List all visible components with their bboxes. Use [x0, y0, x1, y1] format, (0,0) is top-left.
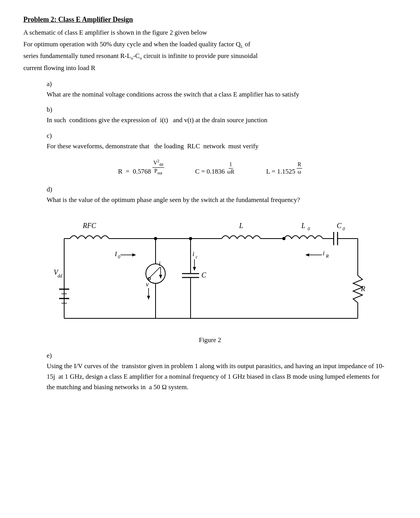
part-e-label: e) — [47, 350, 57, 361]
formula-C-numerator: 1 — [229, 162, 233, 169]
rfc-label: RFC — [82, 222, 96, 230]
iR-sub: R — [326, 253, 329, 259]
part-a-content: What are the nominal voltage conditions … — [47, 89, 385, 100]
formula-C-lhs: C = 0.1836 — [195, 168, 225, 176]
part-e-content: Using the I/V curves of the transistor g… — [47, 361, 385, 393]
formula-C: C = 0.1836 1 ωR — [195, 162, 235, 176]
i-label: i — [159, 260, 161, 267]
formula-R-fraction: V2dd Pout — [152, 158, 164, 176]
v-label: v — [146, 281, 149, 288]
intro-line-4: current flowing into load R — [23, 63, 397, 73]
L-label: L — [239, 222, 243, 230]
circuit-diagram: RFC V dd I 0 i v — [43, 213, 377, 334]
parts-list-d: d) What is the value of the optimum phas… — [47, 184, 397, 205]
parts-list-e: e) Using the I/V curves of the transisto… — [47, 350, 397, 393]
intro-line-2: For optimum operation with 50% duty cycl… — [23, 39, 397, 50]
circuit-container: RFC V dd I 0 i v — [23, 213, 397, 344]
Lo-label: L — [301, 222, 305, 230]
vdd-sub: dd — [58, 273, 63, 279]
part-b: b) In such conditions give the expressio… — [47, 104, 397, 125]
Co-sub: 0 — [343, 226, 345, 232]
formula-L-lhs: L = 1.1525 — [266, 168, 296, 176]
part-d: d) What is the value of the optimum phas… — [47, 184, 397, 205]
formula-C-fraction: 1 ωR — [226, 162, 235, 176]
formula-L-numerator: R — [297, 162, 302, 169]
formula-R-denominator: Pout — [154, 168, 163, 176]
intro-line-3: series fundamentally tuned resonant R-Lo… — [23, 51, 397, 61]
part-c: c) For these waveforms, demonstrate that… — [47, 130, 397, 151]
parts-list: a) What are the nominal voltage conditio… — [47, 79, 397, 151]
R-label: R — [360, 285, 365, 293]
formula-R: R = 0.5768 V2dd Pout — [118, 158, 164, 176]
part-c-content: For these waveforms, demonstrate that th… — [47, 141, 385, 151]
part-b-content: In such conditions give the expression o… — [47, 115, 385, 125]
ic-label: i — [192, 250, 194, 258]
part-d-content: What is the value of the optimum phase a… — [47, 195, 385, 205]
formula-L-denominator: ω — [297, 169, 302, 176]
formula-C-denominator: ωR — [226, 169, 235, 176]
figure-caption: Figure 2 — [199, 336, 221, 344]
i0-sub: 0 — [118, 254, 120, 260]
part-e: e) Using the I/V curves of the transisto… — [47, 350, 397, 393]
ic-sub: c — [196, 254, 198, 260]
formula-R-lhs: R = 0.5768 — [118, 168, 151, 176]
Co-label: C — [337, 222, 342, 230]
part-a: a) What are the nominal voltage conditio… — [47, 79, 397, 100]
Lo-sub: 0 — [308, 226, 310, 232]
formulas-row: R = 0.5768 V2dd Pout C = 0.1836 1 ωR L =… — [23, 158, 397, 176]
intro-line-1: A schematic of class E amplifier is show… — [23, 28, 397, 38]
part-a-label: a) — [47, 79, 57, 89]
svg-rect-0 — [43, 213, 377, 334]
formula-L: L = 1.1525 R ω — [266, 162, 302, 176]
problem-title: Problem 2: Class E Amplifier Design — [23, 16, 397, 24]
cap-c-label: C — [201, 271, 206, 279]
formula-R-numerator: V2dd — [152, 158, 164, 168]
iR-label: i — [323, 249, 325, 257]
formula-L-fraction: R ω — [297, 162, 302, 176]
part-d-label: d) — [47, 184, 57, 195]
part-b-label: b) — [47, 104, 57, 115]
part-c-label: c) — [47, 130, 57, 141]
